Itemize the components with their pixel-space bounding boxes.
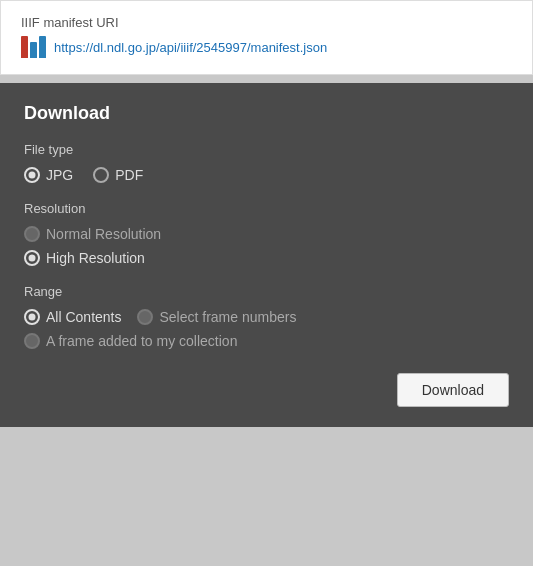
jpg-option[interactable]: JPG — [24, 167, 73, 183]
range-row-1: All Contents Select frame numbers — [24, 309, 509, 325]
normal-resolution-label: Normal Resolution — [46, 226, 161, 242]
file-type-label: File type — [24, 142, 509, 157]
range-label: Range — [24, 284, 509, 299]
pdf-option[interactable]: PDF — [93, 167, 143, 183]
collection-label: A frame added to my collection — [46, 333, 237, 349]
range-row-2: A frame added to my collection — [24, 333, 509, 349]
iiif-link-row: https://dl.ndl.go.jp/api/iiif/2545997/ma… — [21, 36, 512, 58]
select-frame-radio-icon — [137, 309, 153, 325]
pdf-radio[interactable] — [93, 167, 109, 183]
high-resolution-label: High Resolution — [46, 250, 145, 266]
resolution-label: Resolution — [24, 201, 509, 216]
resolution-group: Resolution Normal Resolution High Resolu… — [24, 201, 509, 266]
pdf-label: PDF — [115, 167, 143, 183]
resolution-options: Normal Resolution High Resolution — [24, 226, 509, 266]
download-button[interactable]: Download — [397, 373, 509, 407]
high-resolution-radio[interactable] — [24, 250, 40, 266]
collection-radio-icon — [24, 333, 40, 349]
jpg-label: JPG — [46, 167, 73, 183]
file-type-group: File type JPG PDF — [24, 142, 509, 183]
all-contents-radio[interactable] — [24, 309, 40, 325]
select-frame-label: Select frame numbers — [159, 309, 296, 325]
iiif-label: IIIF manifest URI — [21, 15, 512, 30]
page-wrapper: IIIF manifest URI https://dl.ndl.go.jp/a… — [0, 0, 533, 427]
high-resolution-option[interactable]: High Resolution — [24, 250, 509, 266]
download-title: Download — [24, 103, 509, 124]
file-type-options: JPG PDF — [24, 167, 509, 183]
jpg-radio[interactable] — [24, 167, 40, 183]
all-contents-label: All Contents — [46, 309, 121, 325]
iiif-bar-left-icon — [21, 36, 28, 58]
iiif-section: IIIF manifest URI https://dl.ndl.go.jp/a… — [0, 0, 533, 75]
iiif-bar-right-icon — [39, 36, 46, 58]
download-section: Download File type JPG PDF Resolution — [0, 83, 533, 427]
iiif-icon — [21, 36, 46, 58]
normal-resolution-option: Normal Resolution — [24, 226, 509, 242]
range-group: Range All Contents Select frame numbers — [24, 284, 509, 349]
collection-option: A frame added to my collection — [24, 333, 237, 349]
download-button-row: Download — [24, 373, 509, 407]
all-contents-option[interactable]: All Contents — [24, 309, 121, 325]
select-frame-option: Select frame numbers — [137, 309, 296, 325]
iiif-link[interactable]: https://dl.ndl.go.jp/api/iiif/2545997/ma… — [54, 40, 327, 55]
normal-resolution-radio — [24, 226, 40, 242]
iiif-bar-middle-icon — [30, 42, 37, 58]
range-options: All Contents Select frame numbers A fram… — [24, 309, 509, 349]
